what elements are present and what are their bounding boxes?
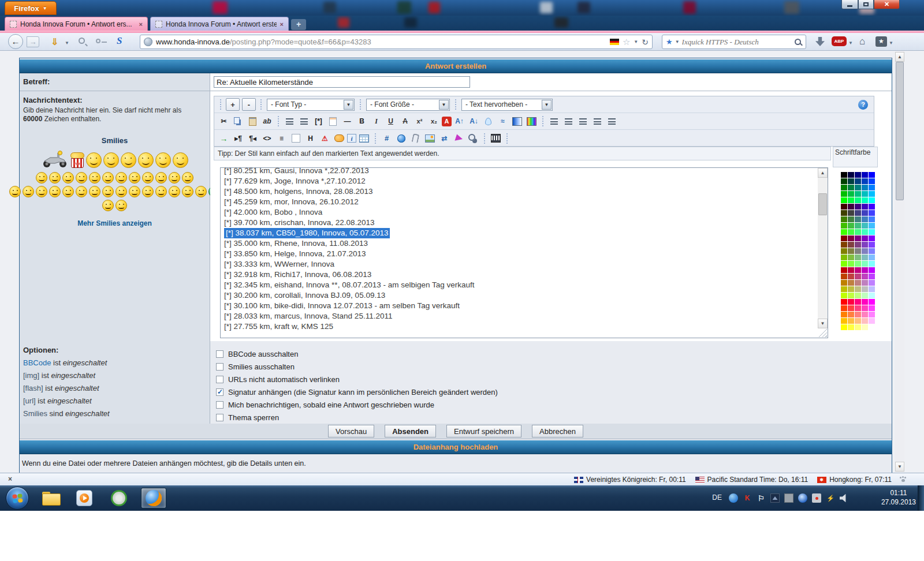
bookmarks-menu-icon[interactable]: ★ [875, 36, 887, 47]
font-color-swatch[interactable] [862, 210, 868, 216]
smiley-neutral[interactable] [76, 186, 87, 197]
align-block-icon[interactable] [605, 115, 619, 128]
font-color-swatch[interactable] [855, 172, 861, 178]
chevron-down-icon[interactable]: ▼ [344, 100, 353, 110]
scroll-up-icon[interactable]: ▲ [895, 52, 904, 62]
font-color-swatch[interactable] [862, 216, 868, 222]
smiley-metal[interactable] [86, 152, 102, 168]
font-color-swatch[interactable] [848, 197, 854, 203]
font-color-swatch[interactable] [848, 191, 854, 197]
tray-network-icon[interactable] [729, 493, 738, 503]
tab-close-icon[interactable]: × [139, 21, 143, 28]
smiley-dizzy[interactable] [36, 172, 47, 184]
font-color-swatch[interactable] [869, 185, 875, 190]
subject-input[interactable] [214, 76, 470, 88]
pilcrow-left-icon[interactable]: ¶◂ [246, 132, 259, 144]
tray-app-icon[interactable] [784, 493, 793, 503]
font-color-swatch[interactable] [855, 274, 861, 279]
font-color-swatch[interactable] [869, 261, 875, 267]
font-color-swatch[interactable] [841, 324, 847, 330]
flash-icon[interactable]: ⇄ [438, 132, 451, 144]
image-icon[interactable] [423, 132, 437, 144]
font-bigger-icon[interactable]: A↑ [453, 115, 466, 128]
checkbox[interactable] [216, 363, 223, 371]
font-color-swatch[interactable] [869, 223, 875, 229]
font-color-swatch[interactable] [841, 210, 847, 216]
message-textarea[interactable]: [*] 80.251 km, Gausi, Innova *,22.07.201… [220, 167, 828, 338]
font-color-swatch[interactable] [848, 216, 854, 222]
editor-line[interactable]: [*] 39.700 km, crischan, Innova, 22.08.2… [224, 218, 374, 227]
font-color-swatch[interactable] [841, 312, 847, 317]
font-color-swatch[interactable] [848, 185, 854, 190]
editor-line[interactable]: [*] 33.333 km, WWerner, Innova [224, 260, 334, 268]
smiley-moped[interactable] [41, 151, 69, 170]
font-color-swatch[interactable] [848, 312, 854, 317]
header-icon[interactable]: H [304, 132, 317, 144]
smiley-laugh[interactable] [36, 186, 47, 197]
font-color-swatch[interactable] [862, 324, 868, 330]
font-color-swatch[interactable] [855, 299, 861, 305]
align-justify-icon[interactable] [547, 115, 561, 128]
font-color-swatch[interactable] [855, 191, 861, 197]
font-color-swatch[interactable] [841, 185, 847, 190]
back-button[interactable]: ← [8, 34, 23, 49]
url-bar[interactable]: www.honda-innova.de/posting.php?mode=quo… [140, 35, 653, 49]
start-button[interactable] [6, 487, 29, 510]
cut-icon[interactable]: ✂ [217, 115, 230, 128]
font-color-swatch[interactable] [862, 185, 868, 190]
font-color-swatch[interactable] [848, 280, 854, 286]
taskbar-firefox-button[interactable] [141, 488, 166, 508]
tab-honda-innova-2[interactable]: Honda Innova Forum • Antwort erstel... × [150, 17, 289, 31]
font-color-swatch[interactable] [841, 172, 847, 178]
reload-icon[interactable]: ↻ [642, 38, 649, 47]
taskbar-clock[interactable]: 01:11 27.09.2013 [881, 488, 916, 507]
font-color-swatch[interactable] [848, 324, 854, 330]
font-color-swatch[interactable] [848, 229, 854, 235]
search-engine-icon[interactable]: ★ [666, 38, 673, 46]
option-label[interactable]: BBCode [23, 358, 51, 367]
italic-icon[interactable]: I [370, 115, 383, 128]
font-size-minus-button[interactable]: - [242, 98, 256, 111]
search-input[interactable] [682, 38, 792, 47]
list-bullet-icon[interactable] [283, 115, 296, 128]
font-color-icon[interactable]: A [442, 117, 452, 126]
subscript-icon[interactable]: x₂ [427, 115, 441, 128]
font-color-swatch[interactable] [862, 318, 868, 324]
superscript-icon[interactable]: x² [413, 115, 426, 128]
tray-action-center-icon[interactable]: ⚐ [757, 493, 766, 503]
editor-line[interactable]: [*] 38.037 km, CB50_1980, Innova, 05.07.… [224, 228, 390, 238]
font-color-swatch[interactable] [869, 204, 875, 210]
smiley-exclaim[interactable] [142, 186, 154, 197]
taskbar-camera-app-button[interactable] [106, 488, 132, 508]
editor-line[interactable]: [*] 28.033 km, marcus, Innova, Stand 25.… [224, 312, 392, 320]
addon-bar-close-icon[interactable]: × [8, 475, 12, 483]
gradient-icon[interactable] [511, 115, 524, 128]
font-color-swatch[interactable] [862, 235, 868, 241]
font-color-swatch[interactable] [869, 210, 875, 216]
smiley-very-happy[interactable] [116, 172, 127, 184]
font-color-swatch[interactable] [841, 216, 847, 222]
smiley-question[interactable] [155, 186, 167, 197]
textarea-scrollbar[interactable]: ▲ ▼ [818, 168, 828, 328]
password-key-icon[interactable] [96, 39, 100, 43]
font-color-swatch[interactable] [848, 299, 854, 305]
code-icon[interactable]: <> [260, 132, 274, 144]
font-color-swatch[interactable] [841, 223, 847, 229]
smiley-cool[interactable] [23, 186, 34, 197]
maximize-button[interactable] [858, 0, 874, 9]
tray-volume-icon[interactable] [840, 493, 849, 503]
font-color-swatch[interactable] [869, 248, 875, 254]
minimize-button[interactable] [841, 0, 858, 9]
smiley-frown[interactable] [9, 186, 21, 197]
font-color-swatch[interactable] [855, 293, 861, 298]
editor-line[interactable]: [*] 48.500 km, holgens, Innova, 28.08.20… [224, 187, 372, 196]
editor-line[interactable]: [*] 32.345 km, eishand, Innova **, 08.07… [224, 280, 475, 289]
font-color-swatch[interactable] [841, 261, 847, 267]
font-color-swatch[interactable] [841, 305, 847, 311]
smiley-sun[interactable] [102, 172, 114, 184]
font-color-swatch[interactable] [869, 274, 875, 279]
font-type-select[interactable]: - Font Typ -▼ [267, 99, 355, 111]
smiley-beer[interactable] [76, 172, 87, 184]
font-color-swatch[interactable] [862, 204, 868, 210]
font-color-swatch[interactable] [841, 204, 847, 210]
